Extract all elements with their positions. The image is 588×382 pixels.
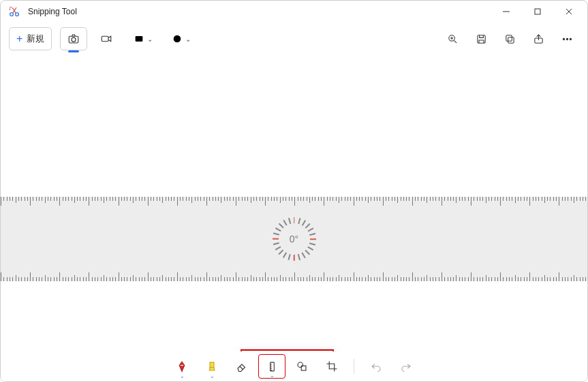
undo-icon — [370, 360, 382, 372]
crop-icon — [326, 360, 338, 372]
pen-icon — [176, 360, 188, 372]
annotation-toolbar: ⌄ ⌄ ⌄ — [1, 351, 587, 381]
shapes-icon — [296, 360, 308, 372]
ruler-icon — [266, 361, 278, 372]
redo-button[interactable] — [392, 354, 420, 379]
snip-shape-dropdown[interactable]: ⌄ — [128, 27, 158, 50]
photo-mode-button[interactable] — [60, 27, 87, 50]
plus-icon: + — [16, 33, 22, 45]
svg-rect-8 — [136, 36, 143, 42]
svg-point-16 — [566, 38, 568, 39]
chevron-down-icon: ⌄ — [210, 373, 215, 379]
shapes-tool[interactable] — [288, 354, 315, 379]
ruler-tool[interactable]: ⌄ — [258, 354, 285, 379]
capture-mode-group — [60, 27, 120, 50]
ruler-angle-label: 0° — [290, 234, 298, 244]
svg-point-0 — [10, 13, 14, 16]
rectangle-icon — [134, 33, 144, 44]
chevron-down-icon: ⌄ — [180, 373, 185, 379]
svg-rect-12 — [508, 37, 514, 43]
ruler-compass: 0° — [273, 217, 316, 261]
toolbar: + 新規 ⌄ ⌄ — [1, 22, 587, 55]
delay-dropdown[interactable]: ⌄ — [166, 27, 196, 50]
ruler-ticks-top — [1, 197, 587, 206]
svg-rect-4 — [535, 9, 540, 14]
save-button[interactable] — [469, 27, 493, 50]
svg-rect-2 — [10, 7, 12, 7]
zoom-in-icon — [447, 33, 459, 45]
chevron-down-icon: ⌄ — [270, 372, 275, 379]
clock-icon — [172, 33, 183, 44]
highlighter-icon — [206, 360, 218, 372]
eraser-tool[interactable] — [228, 354, 256, 379]
svg-point-6 — [72, 37, 76, 42]
svg-point-17 — [570, 38, 571, 39]
svg-rect-13 — [506, 35, 512, 41]
ruler-ticks-bottom — [1, 272, 587, 281]
ruler-overlay[interactable]: 0° — [1, 197, 587, 281]
more-button[interactable] — [555, 27, 579, 50]
svg-point-1 — [16, 13, 19, 16]
title-bar: Snipping Tool — [1, 1, 587, 22]
highlighter-tool[interactable]: ⌄ — [198, 354, 226, 379]
redo-icon — [400, 360, 412, 372]
close-button[interactable] — [553, 1, 585, 22]
canvas-area[interactable]: 0° 定規 分度器 — [1, 55, 587, 381]
zoom-button[interactable] — [440, 27, 465, 50]
chevron-down-icon: ⌄ — [147, 35, 153, 43]
app-icon — [9, 6, 20, 17]
copy-icon — [504, 33, 516, 45]
minimize-button[interactable] — [491, 1, 522, 22]
new-button[interactable]: + 新規 — [9, 27, 52, 50]
undo-button[interactable] — [362, 354, 390, 379]
new-button-label: 新規 — [27, 33, 44, 45]
share-icon — [533, 33, 544, 45]
video-icon — [100, 33, 112, 45]
svg-rect-7 — [102, 36, 109, 42]
svg-rect-3 — [10, 8, 10, 10]
camera-icon — [67, 33, 80, 45]
pen-tool[interactable]: ⌄ — [168, 354, 196, 379]
share-button[interactable] — [526, 27, 551, 50]
svg-point-21 — [298, 362, 303, 368]
maximize-button[interactable] — [522, 1, 553, 22]
video-mode-button[interactable] — [93, 27, 120, 50]
svg-point-15 — [563, 38, 564, 39]
chevron-down-icon: ⌄ — [185, 35, 191, 43]
app-title: Snipping Tool — [28, 7, 77, 16]
copy-button[interactable] — [497, 27, 522, 50]
more-icon — [561, 33, 573, 45]
svg-rect-19 — [210, 362, 214, 368]
save-icon — [476, 33, 487, 45]
eraser-icon — [236, 360, 248, 372]
crop-tool[interactable] — [318, 354, 345, 379]
toolbar-divider — [354, 359, 354, 374]
